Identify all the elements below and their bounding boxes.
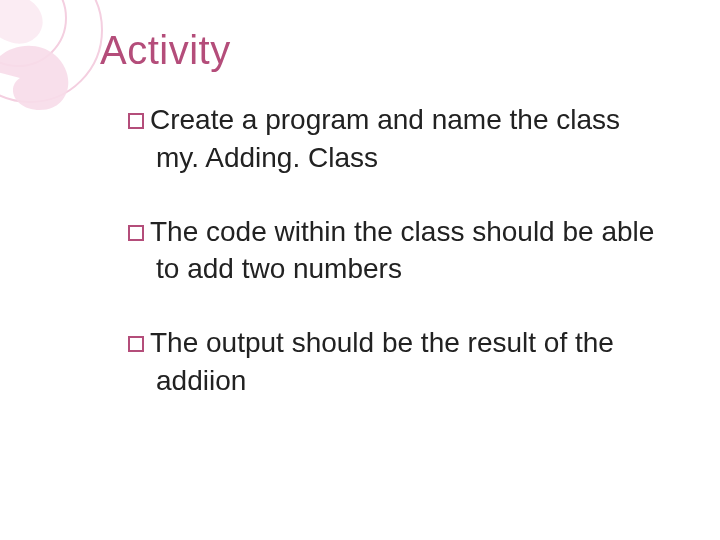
bullet-rest: code within the class should be able to … — [156, 216, 654, 285]
bullet-rest: output should be the result of the addii… — [156, 327, 614, 396]
bullet-lead: Create — [150, 104, 234, 135]
slide-content: Activity Create a program and name the c… — [0, 0, 720, 540]
bullet-lead: The — [150, 327, 198, 358]
bullet-item: The code within the class should be able… — [128, 213, 660, 289]
square-bullet-icon — [128, 225, 144, 241]
bullet-item: Create a program and name the class my. … — [128, 101, 660, 177]
bullet-item: The output should be the result of the a… — [128, 324, 660, 400]
bullet-lead: The — [150, 216, 198, 247]
square-bullet-icon — [128, 113, 144, 129]
slide-title: Activity — [100, 28, 660, 73]
square-bullet-icon — [128, 336, 144, 352]
bullet-list: Create a program and name the class my. … — [100, 101, 660, 400]
